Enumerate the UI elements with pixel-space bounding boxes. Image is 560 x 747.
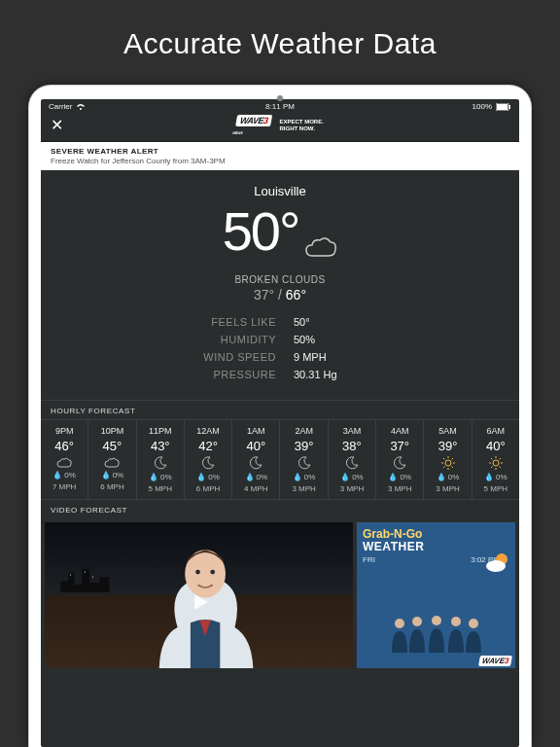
svg-point-31 <box>432 616 441 625</box>
hour-col[interactable]: 12AM42°💧0%6 MPH <box>185 420 232 499</box>
sun-icon <box>441 456 455 470</box>
hour-temp: 37° <box>390 439 409 453</box>
hour-time: 2AM <box>295 426 313 436</box>
hour-temp: 38° <box>342 439 362 453</box>
alert-title: SEVERE WEATHER ALERT <box>51 147 509 156</box>
svg-point-21 <box>69 574 70 575</box>
app-screen: Carrier 8:11 PM 100% ✕ WAVE3 NEWS <box>41 99 519 747</box>
hour-temp: 39° <box>438 439 458 453</box>
hour-col[interactable]: 10PM45°💧0%6 MPH <box>88 420 136 499</box>
pressure-value: 30.31 Hg <box>294 369 391 380</box>
hour-time: 6AM <box>487 426 506 436</box>
moon-icon <box>201 456 215 470</box>
pressure-label: PRESSURE <box>169 369 276 380</box>
side-brand-logo: WAVE3 <box>478 656 512 666</box>
moon-icon <box>249 456 262 470</box>
svg-line-11 <box>451 458 452 459</box>
battery-icon <box>496 103 511 111</box>
hour-precip: 💧0% <box>101 471 124 480</box>
current-details: FEELS LIKE 50° HUMIDITY 50% WIND SPEED 9… <box>169 316 391 380</box>
hour-wind: 3 MPH <box>292 484 315 493</box>
hour-col[interactable]: 1AM40°💧0%4 MPH <box>232 420 280 499</box>
status-bar: Carrier 8:11 PM 100% <box>41 99 519 114</box>
alert-message: Freeze Watch for Jefferson County from 3… <box>51 157 509 165</box>
svg-point-26 <box>210 569 215 574</box>
moon-icon <box>393 456 406 470</box>
camera-dot <box>277 95 283 101</box>
hour-time: 1AM <box>247 426 265 436</box>
hourly-header: HOURLY FORECAST <box>41 400 519 419</box>
hour-precip: 💧0% <box>340 473 364 481</box>
brand-logo-text: WAVE3 <box>235 115 272 126</box>
feels-like-value: 50° <box>294 316 391 328</box>
hour-time: 3AM <box>343 426 362 436</box>
wifi-icon <box>76 103 86 111</box>
brand-tagline: EXPECT MORE. RIGHT NOW. <box>280 119 324 131</box>
moon-icon <box>298 456 311 470</box>
hour-col[interactable]: 9PM46°💧0%7 MPH <box>41 420 88 499</box>
play-icon[interactable] <box>187 589 212 617</box>
team-graphic <box>357 614 515 653</box>
hour-wind: 5 MPH <box>484 484 508 493</box>
hour-wind: 3 MPH <box>340 484 364 493</box>
hour-temp: 40° <box>486 439 506 453</box>
svg-point-29 <box>395 619 404 628</box>
svg-line-8 <box>443 458 444 459</box>
close-icon[interactable]: ✕ <box>51 118 63 133</box>
video-side[interactable]: Grab-N-Go WEATHER FRI3:02 PM WAVE3 <box>357 522 515 668</box>
hour-temp: 45° <box>103 439 122 453</box>
svg-line-19 <box>491 467 492 468</box>
hour-precip: 💧0% <box>52 471 76 480</box>
current-conditions: Louisville 50° BROKEN CLOUDS 37° / 66° F… <box>41 170 519 400</box>
moon-icon <box>345 456 359 470</box>
video-main[interactable] <box>45 522 353 668</box>
tablet-frame: Carrier 8:11 PM 100% ✕ WAVE3 NEWS <box>29 86 531 747</box>
humidity-value: 50% <box>294 334 391 345</box>
svg-line-9 <box>451 467 452 468</box>
hour-precip: 💧0% <box>245 473 268 481</box>
svg-point-30 <box>412 617 422 626</box>
hour-col[interactable]: 2AM39°💧0%3 MPH <box>280 420 328 499</box>
hour-precip: 💧0% <box>196 473 220 481</box>
current-temperature: 50° <box>41 204 519 268</box>
hour-wind: 4 MPH <box>244 484 267 493</box>
hour-wind: 7 MPH <box>52 482 76 491</box>
hour-temp: 43° <box>151 439 170 453</box>
hour-col[interactable]: 4AM37°💧0%3 MPH <box>376 420 424 499</box>
hour-wind: 6 MPH <box>100 482 123 491</box>
high-low: 37° / 66° <box>41 287 519 302</box>
cloud-icon <box>104 456 120 468</box>
wind-value: 9 MPH <box>294 351 391 363</box>
side-title-1: Grab-N-Go <box>363 528 509 540</box>
hour-col[interactable]: 3AM38°💧0%3 MPH <box>329 420 376 499</box>
hour-wind: 5 MPH <box>149 484 172 493</box>
hour-col[interactable]: 5AM39°💧0%3 MPH <box>424 420 472 499</box>
svg-point-23 <box>91 576 92 577</box>
hour-precip: 💧0% <box>484 473 508 481</box>
cloud-icon <box>56 456 72 468</box>
hourly-forecast[interactable]: 9PM46°💧0%7 MPH10PM45°💧0%6 MPH11PM43°💧0%5… <box>41 419 519 500</box>
sun-icon <box>489 456 503 470</box>
moon-icon <box>154 456 167 470</box>
hour-precip: 💧0% <box>437 473 460 481</box>
feels-like-label: FEELS LIKE <box>169 316 276 328</box>
carrier-label: Carrier <box>49 102 72 111</box>
video-forecast-row: Grab-N-Go WEATHER FRI3:02 PM WAVE3 <box>41 518 519 668</box>
hour-col[interactable]: 6AM40°💧0%5 MPH <box>472 420 519 499</box>
svg-line-20 <box>499 458 500 459</box>
svg-rect-1 <box>497 104 508 110</box>
hour-precip: 💧0% <box>293 473 316 481</box>
weather-alert-banner[interactable]: SEVERE WEATHER ALERT Freeze Watch for Je… <box>41 142 519 170</box>
hour-wind: 3 MPH <box>388 484 411 493</box>
svg-point-22 <box>84 571 85 572</box>
svg-line-17 <box>491 458 492 459</box>
hour-col[interactable]: 11PM43°💧0%5 MPH <box>137 420 185 499</box>
city-name: Louisville <box>41 184 519 198</box>
svg-line-18 <box>499 467 500 468</box>
hour-precip: 💧0% <box>149 473 172 481</box>
hour-time: 11PM <box>149 426 172 436</box>
hour-wind: 3 MPH <box>436 484 459 493</box>
brand-logo[interactable]: WAVE3 NEWS EXPECT MORE. RIGHT NOW. <box>236 115 324 136</box>
condition-label: BROKEN CLOUDS <box>41 274 519 285</box>
hour-time: 4AM <box>391 426 409 436</box>
